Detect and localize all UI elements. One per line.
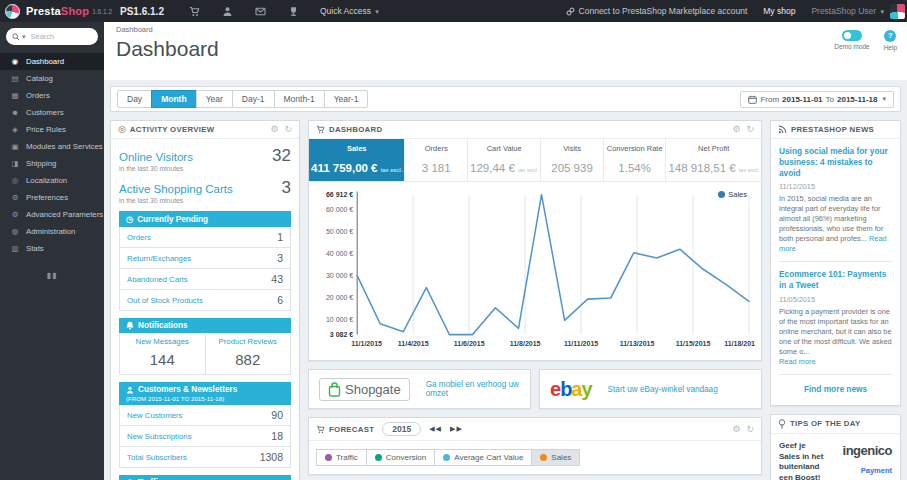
forecast-year-selector[interactable]: 2015 — [382, 422, 421, 436]
sidebar-item-dashboard[interactable]: ◉Dashboard — [0, 53, 104, 70]
range-year-button[interactable]: Year — [196, 90, 233, 108]
sidebar-item-administration[interactable]: ◍Administration — [0, 223, 104, 240]
traffic-dot-icon — [325, 454, 332, 461]
online-visitors-link[interactable]: Online Visitors — [119, 151, 193, 163]
dashboard-icon: ◉ — [9, 57, 21, 66]
badges-trophy-icon[interactable] — [288, 6, 299, 17]
link-icon — [566, 7, 575, 16]
chart-legend[interactable]: Sales — [718, 190, 747, 199]
news-article-title[interactable]: Using social media for your business: 4 … — [779, 146, 892, 178]
kpi-tab-conversion-rate[interactable]: Conversion Rate1.54% — [604, 139, 667, 181]
user-avatar[interactable] — [890, 4, 905, 19]
news-article: Ecommerce 101: Payments in a Tweet 11/05… — [779, 269, 892, 366]
sidebar-item-catalog[interactable]: ▤Catalog — [0, 70, 104, 87]
sidebar: ▾ ◉Dashboard ▤Catalog ▦Orders ☻Customers… — [0, 22, 104, 480]
svg-text:30 000 €: 30 000 € — [326, 271, 353, 280]
messages-icon[interactable] — [255, 6, 266, 17]
sidebar-item-stats[interactable]: ▥Stats — [0, 240, 104, 257]
range-year-1-button[interactable]: Year-1 — [324, 90, 369, 108]
kpi-tab-cart-value[interactable]: Cart Value129,44 € tax excl. — [468, 139, 541, 181]
range-day-1-button[interactable]: Day-1 — [232, 90, 275, 108]
find-more-news-link[interactable]: Find more news — [779, 382, 892, 398]
sales-chart: Sales 66 912 €60 000 €50 000 €40 000 €30… — [309, 182, 761, 360]
product-reviews-cell[interactable]: Product Reviews882 — [205, 333, 291, 374]
help-button[interactable]: ? Help — [884, 30, 897, 51]
traffic-section: Traffic (FROM 2015-11-01 TO 2015-11-18) … — [119, 475, 291, 480]
prestashop-news-panel: PRESTASHOP NEWS Using social media for y… — [770, 120, 901, 406]
pending-orders-row[interactable]: Orders1 — [119, 227, 291, 248]
svg-text:11/13/2015: 11/13/2015 — [620, 339, 655, 348]
kpi-tab-sales[interactable]: Sales411 759,00 € tax excl. — [309, 139, 405, 181]
shopgate-ad-link[interactable]: Ga mobiel en verhoog uw omzet — [426, 380, 520, 398]
help-label: Help — [884, 44, 897, 51]
new-customers-row[interactable]: New Customers90 — [119, 405, 291, 426]
employee-icon[interactable] — [222, 6, 233, 17]
gear-icon[interactable]: ⚙ — [732, 125, 740, 134]
sidebar-item-shipping[interactable]: ◨Shipping — [0, 155, 104, 172]
gear-icon[interactable]: ⚙ — [732, 425, 740, 434]
range-day-button[interactable]: Day — [117, 90, 152, 108]
panel-title: TIPS OF THE DAY — [790, 419, 861, 428]
sidebar-item-preferences[interactable]: ⚙Preferences — [0, 189, 104, 206]
sidebar-item-label: Catalog — [26, 74, 53, 83]
marketplace-connect-link[interactable]: Connect to PrestaShop Marketplace accoun… — [566, 6, 748, 16]
sidebar-item-localization[interactable]: ◎Localization — [0, 172, 104, 189]
total-subscribers-row[interactable]: Total Subscribers1308 — [119, 447, 291, 468]
gear-icon[interactable]: ⚙ — [270, 125, 278, 134]
refresh-icon[interactable]: ↻ — [284, 125, 292, 134]
sidebar-collapse-button[interactable]: ▮▮ — [0, 271, 104, 280]
read-more-link[interactable]: Read more — [779, 357, 816, 366]
forecast-prev-button[interactable]: ◀◀ — [429, 425, 442, 433]
sidebar-item-customers[interactable]: ☻Customers — [0, 104, 104, 121]
range-month-1-button[interactable]: Month-1 — [274, 90, 325, 108]
svg-text:66 912 €: 66 912 € — [326, 190, 353, 199]
range-month-button[interactable]: Month — [151, 90, 197, 108]
person-icon — [126, 386, 134, 394]
kpi-tab-orders[interactable]: Orders3 181 — [405, 139, 468, 181]
out-of-stock-row[interactable]: Out of Stock Products6 — [119, 290, 291, 311]
search-input[interactable] — [31, 32, 89, 41]
new-messages-cell[interactable]: New Messages144 — [120, 333, 205, 374]
refresh-icon[interactable]: ↻ — [746, 425, 754, 434]
new-subscriptions-row[interactable]: New Subscriptions18 — [119, 426, 291, 447]
refresh-icon[interactable]: ↻ — [746, 125, 754, 134]
svg-text:11/4/2015: 11/4/2015 — [398, 339, 429, 348]
forecast-toggle-conversion[interactable]: Conversion — [366, 449, 435, 466]
my-shop-link[interactable]: My shop — [763, 6, 795, 16]
pending-returns-row[interactable]: Return/Exchanges3 — [119, 248, 291, 269]
user-menu[interactable]: PrestaShop User ▾ — [811, 6, 884, 16]
sidebar-item-modules[interactable]: ▣Modules and Services — [0, 138, 104, 155]
active-carts-link[interactable]: Active Shopping Carts — [119, 183, 233, 195]
active-carts-subtitle: in the last 30 minutes — [119, 197, 291, 204]
sidebar-item-price-rules[interactable]: ◈Price Rules — [0, 121, 104, 138]
panel-title: DASHBOARD — [329, 125, 382, 134]
news-article-title[interactable]: Ecommerce 101: Payments in a Tweet — [779, 269, 892, 291]
toggle-icon[interactable] — [842, 30, 862, 41]
quick-access-menu[interactable]: Quick Access ▾ — [320, 6, 379, 16]
news-article-excerpt: In 2015, social media are an integral pa… — [779, 194, 883, 243]
sidebar-search[interactable]: ▾ — [6, 28, 98, 45]
demo-mode-toggle[interactable]: Demo mode — [834, 30, 869, 51]
activity-icon: ◎ — [118, 125, 126, 134]
abandoned-carts-row[interactable]: Abandoned Carts43 — [119, 269, 291, 290]
sidebar-item-label: Price Rules — [26, 125, 66, 134]
shopgate-ad[interactable]: Shopgate Ga mobiel en verhoog uw omzet — [308, 369, 531, 409]
ebay-ad-link[interactable]: Start uw eBay-winkel vandaag — [608, 385, 718, 394]
forecast-toggle-traffic[interactable]: Traffic — [316, 449, 367, 466]
forecast-toggle-avg-cart-value[interactable]: Average Cart Value — [434, 449, 532, 466]
customers-newsletters-section: Customers & Newsletters (FROM 2015-11-01… — [119, 382, 291, 468]
kpi-tab-net-profit[interactable]: Net Profit148 918,51 € tax excl. — [666, 139, 761, 181]
sidebar-item-advanced-parameters[interactable]: ⚙Advanced Parameters — [0, 206, 104, 223]
kpi-tab-visits[interactable]: Visits205 939 — [541, 139, 604, 181]
search-icon — [12, 33, 20, 41]
shipping-icon: ◨ — [9, 159, 21, 168]
forecast-toggle-sales[interactable]: Sales — [531, 449, 580, 466]
svg-text:60 000 €: 60 000 € — [326, 205, 353, 214]
ebay-ad[interactable]: ebay Start uw eBay-winkel vandaag — [539, 369, 762, 409]
dashboard-panel: DASHBOARD ⚙ ↻ Sales411 759,00 € tax excl… — [308, 120, 762, 361]
cart-icon[interactable] — [189, 6, 200, 17]
sidebar-item-label: Advanced Parameters — [26, 210, 103, 219]
date-range-picker[interactable]: From2015-11-01 To2015-11-18 ▾ — [740, 91, 894, 108]
sidebar-item-orders[interactable]: ▦Orders — [0, 87, 104, 104]
forecast-next-button[interactable]: ▶▶ — [450, 425, 463, 433]
